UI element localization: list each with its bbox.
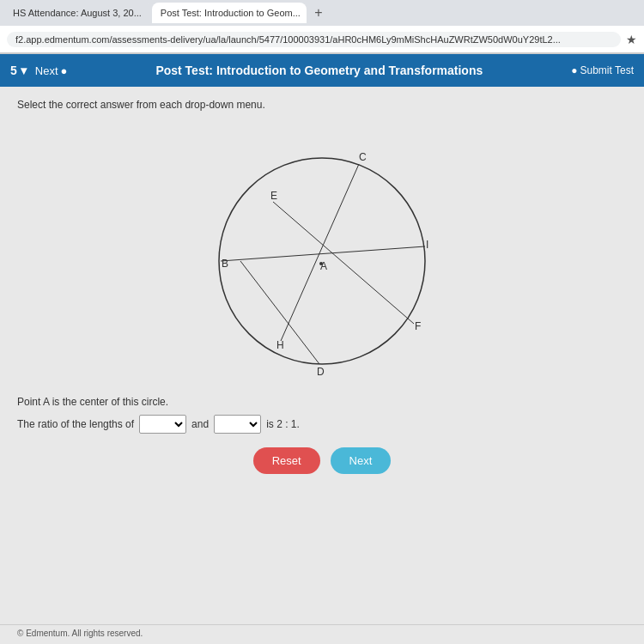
tab-attendance-label: HS Attendance: August 3, 20...	[13, 8, 142, 18]
bookmark-icon[interactable]: ★	[626, 33, 637, 46]
label-c: C	[359, 151, 367, 163]
question-number: 5 ▾	[10, 64, 27, 77]
label-d: D	[317, 366, 325, 378]
main-content: Select the correct answer from each drop…	[0, 87, 644, 624]
label-b: B	[222, 258, 228, 270]
geometry-diagram: C E B A H D F I	[150, 119, 494, 386]
next-button[interactable]: Next	[331, 447, 392, 474]
tab-post-test[interactable]: Post Test: Introduction to Geom...	[152, 3, 307, 23]
next-icon: ●	[61, 64, 68, 77]
browser-chrome: HS Attendance: August 3, 20... Post Test…	[0, 0, 644, 54]
next-button-header[interactable]: Next ●	[35, 64, 68, 77]
address-bar: f2.app.edmentum.com/assessments-delivery…	[0, 26, 644, 53]
point-a-text: Point A is the center of this circle.	[17, 396, 627, 408]
submit-icon: ●	[571, 64, 577, 76]
tab-bar: HS Attendance: August 3, 20... Post Test…	[0, 0, 644, 26]
tab-attendance[interactable]: HS Attendance: August 3, 20...	[4, 3, 150, 23]
line-ch	[281, 164, 359, 341]
label-i: I	[426, 239, 428, 251]
submit-test-button[interactable]: ● Submit Test	[571, 64, 634, 76]
line-ef	[273, 202, 414, 324]
action-buttons: Reset Next	[17, 447, 627, 474]
ratio-dropdown-2[interactable]: AB AC AH AF	[214, 415, 261, 434]
tab-post-test-label: Post Test: Introduction to Geom...	[161, 8, 301, 18]
new-tab-button[interactable]: +	[308, 3, 329, 23]
line-bi	[221, 246, 425, 261]
center-point	[319, 262, 323, 265]
chevron-down-icon: ▾	[21, 64, 27, 77]
app-header: 5 ▾ Next ● Post Test: Introduction to Ge…	[0, 54, 644, 87]
ratio-line: The ratio of the lengths of BC BF CD BD …	[17, 415, 627, 434]
instruction-text: Select the correct answer from each drop…	[17, 99, 627, 111]
ratio-suffix: is 2 : 1.	[266, 418, 300, 430]
submit-label: Submit Test	[580, 64, 634, 76]
label-h: H	[276, 339, 284, 351]
next-label: Next	[35, 64, 58, 77]
ratio-prefix: The ratio of the lengths of	[17, 418, 134, 430]
footer: © Edmentum. All rights reserved.	[0, 624, 644, 644]
footer-text: © Edmentum. All rights reserved.	[17, 629, 143, 638]
label-f: F	[415, 320, 421, 332]
question-number-value: 5	[10, 64, 17, 77]
page-title: Post Test: Introduction to Geometry and …	[76, 64, 562, 77]
ratio-dropdown-1[interactable]: BC BF CD BD	[139, 415, 186, 434]
diagram-container: C E B A H D F I	[17, 119, 627, 386]
reset-button[interactable]: Reset	[253, 447, 320, 474]
ratio-middle: and	[191, 418, 209, 430]
label-e: E	[270, 190, 277, 202]
url-bar[interactable]: f2.app.edmentum.com/assessments-delivery…	[7, 32, 621, 47]
